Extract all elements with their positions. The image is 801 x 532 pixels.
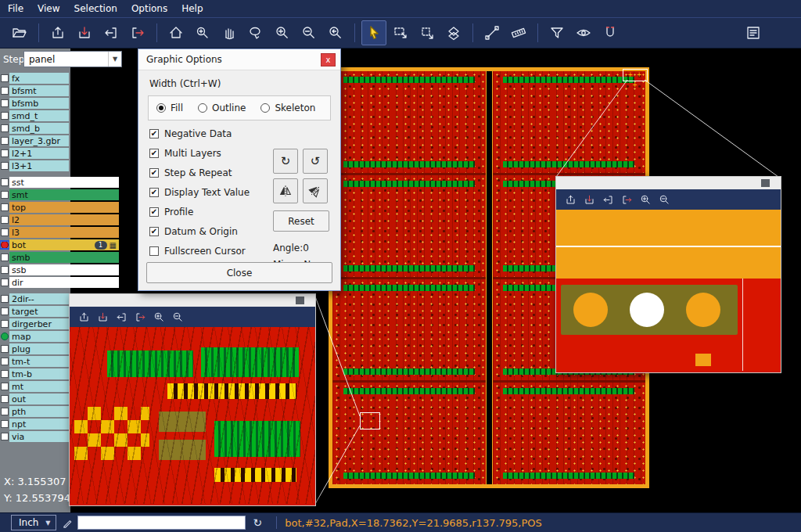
layer-checkbox[interactable] bbox=[0, 112, 9, 120]
layer-color-bar[interactable]: via bbox=[9, 431, 69, 442]
layer-checkbox[interactable] bbox=[0, 358, 9, 365]
layer-checkbox[interactable] bbox=[0, 191, 9, 199]
checkbox-negative-data[interactable]: ✔Negative Data bbox=[149, 128, 273, 139]
layer-checkbox[interactable] bbox=[0, 124, 9, 132]
export-right-button[interactable] bbox=[125, 20, 150, 45]
zoom-in-button[interactable] bbox=[638, 192, 653, 207]
layer-color-bar[interactable]: bot1▦ bbox=[9, 239, 119, 250]
layer-checkbox[interactable] bbox=[0, 307, 9, 315]
layer-checkbox[interactable] bbox=[0, 216, 9, 224]
dialog-titlebar[interactable]: Graphic Options x bbox=[138, 49, 340, 70]
layer-row-smb[interactable]: smb bbox=[0, 251, 125, 264]
layer-color-bar[interactable]: smd_t bbox=[9, 110, 69, 121]
layer-row-l3[interactable]: l3 bbox=[0, 226, 125, 239]
export-left-button[interactable] bbox=[99, 20, 124, 45]
layer-checkbox[interactable] bbox=[0, 137, 9, 145]
step-selector[interactable]: panel ▼ bbox=[23, 51, 122, 67]
box-arrow-left-button[interactable] bbox=[600, 192, 616, 207]
layer-row-smd_b[interactable]: smd_b bbox=[0, 122, 125, 135]
layer-checkbox[interactable] bbox=[0, 87, 9, 95]
layer-color-bar[interactable]: bfsmt bbox=[9, 85, 69, 96]
home-view-button[interactable] bbox=[163, 20, 189, 45]
layer-color-bar[interactable]: out bbox=[9, 394, 69, 404]
overlay-compare-button[interactable] bbox=[441, 20, 466, 45]
magnifier-2-view[interactable] bbox=[556, 210, 781, 371]
layer-row-dir[interactable]: dir bbox=[0, 276, 125, 289]
rotate-ccw-button[interactable]: ↺ bbox=[303, 149, 328, 174]
layer-checkbox[interactable] bbox=[0, 395, 9, 403]
checkbox-datum-origin[interactable]: ✔Datum & Origin bbox=[149, 226, 273, 237]
layer-color-bar[interactable]: npt bbox=[9, 419, 69, 430]
mirror-horizontal-button[interactable] bbox=[273, 178, 298, 203]
window-button-icon[interactable] bbox=[296, 297, 304, 304]
layer-checkbox[interactable] bbox=[0, 320, 9, 328]
checkbox-display-text-value[interactable]: ✔Display Text Value bbox=[149, 187, 273, 198]
ruler-button[interactable] bbox=[506, 20, 531, 45]
radio-fill[interactable]: Fill bbox=[156, 102, 183, 113]
box-arrow-up-button[interactable] bbox=[76, 309, 92, 325]
layer-color-bar[interactable]: sst bbox=[9, 177, 119, 188]
layer-row-layer_3.gbr[interactable]: layer_3.gbr bbox=[0, 135, 125, 147]
magnifier-window-2[interactable] bbox=[555, 176, 781, 373]
layer-checkbox[interactable] bbox=[0, 370, 9, 378]
layer-color-bar[interactable]: mt bbox=[9, 381, 69, 392]
layer-color-bar[interactable]: 2dir-- bbox=[9, 293, 69, 304]
menu-help[interactable]: Help bbox=[181, 3, 203, 14]
layer-checkbox[interactable] bbox=[0, 408, 9, 415]
pointer-tool-button[interactable] bbox=[361, 20, 386, 45]
layer-checkbox[interactable] bbox=[0, 420, 9, 428]
layer-row-fx[interactable]: fx bbox=[0, 72, 125, 84]
layer-row-ssb[interactable]: ssb bbox=[0, 264, 125, 276]
checkbox-profile[interactable]: ✔Profile bbox=[149, 207, 273, 217]
zoom-out-button[interactable] bbox=[296, 20, 321, 45]
box-arrow-up-button[interactable] bbox=[562, 192, 578, 207]
layer-row-smt[interactable]: smt bbox=[0, 189, 125, 201]
magnifier-window-1[interactable] bbox=[69, 293, 316, 506]
green-marker-icon[interactable] bbox=[0, 332, 9, 340]
layer-row-l3+1[interactable]: l3+1 bbox=[0, 160, 125, 172]
layer-row-smd_t[interactable]: smd_t bbox=[0, 110, 125, 122]
layer-color-bar[interactable]: dirgerber bbox=[9, 318, 69, 329]
radio-outline[interactable]: Outline bbox=[198, 102, 246, 113]
box-arrow-down-button[interactable] bbox=[581, 192, 597, 207]
layer-row-top[interactable]: top bbox=[0, 201, 125, 214]
mirror-diagonal-button[interactable] bbox=[303, 178, 328, 203]
magnifier-1-view[interactable] bbox=[70, 327, 315, 504]
layer-checkbox[interactable] bbox=[0, 203, 9, 211]
checkbox-step-repeat[interactable]: ✔Step & Repeat bbox=[149, 167, 273, 178]
layer-checkbox[interactable] bbox=[0, 295, 9, 303]
zoom-region-button[interactable] bbox=[190, 20, 215, 45]
layer-color-bar[interactable]: map bbox=[9, 331, 69, 342]
layer-color-bar[interactable]: plug bbox=[9, 343, 69, 354]
layer-checkbox[interactable] bbox=[0, 253, 9, 261]
layer-checkbox[interactable] bbox=[0, 279, 9, 286]
layer-color-bar[interactable]: l2 bbox=[9, 214, 119, 225]
import-down-button[interactable] bbox=[72, 20, 97, 45]
layer-row-bot[interactable]: bot1▦ bbox=[0, 239, 125, 251]
rect-select-button[interactable] bbox=[388, 20, 413, 45]
layer-checkbox[interactable] bbox=[0, 99, 9, 107]
layer-row-bfsmb[interactable]: bfsmb bbox=[0, 97, 125, 110]
zoom-in-button[interactable] bbox=[270, 20, 295, 45]
layer-checkbox[interactable] bbox=[0, 266, 9, 274]
report-button[interactable] bbox=[741, 20, 766, 45]
checkbox-fullscreen-cursor[interactable]: Fullscreen Cursor bbox=[149, 246, 273, 257]
magnifier-2-titlebar[interactable] bbox=[556, 177, 781, 189]
layer-color-bar[interactable]: top bbox=[9, 202, 119, 213]
move-select-button[interactable] bbox=[415, 20, 440, 45]
pan-button[interactable] bbox=[217, 20, 242, 45]
layer-color-bar[interactable]: layer_3.gbr bbox=[9, 135, 69, 146]
layer-checkbox[interactable] bbox=[0, 433, 9, 440]
zoom-out-button[interactable] bbox=[656, 192, 672, 207]
layer-color-bar[interactable]: l3 bbox=[9, 227, 119, 238]
layer-color-bar[interactable]: bfsmb bbox=[9, 98, 69, 109]
window-button-icon[interactable] bbox=[761, 179, 770, 187]
red-marker-icon[interactable] bbox=[0, 241, 9, 249]
checkbox-multi-layers[interactable]: ✔Multi Layers bbox=[149, 148, 273, 159]
layer-checkbox[interactable] bbox=[0, 149, 9, 157]
filter-button[interactable] bbox=[544, 20, 569, 45]
layer-color-bar[interactable]: ssb bbox=[9, 264, 119, 275]
close-icon[interactable]: x bbox=[321, 53, 336, 66]
layer-row-l2+1[interactable]: l2+1 bbox=[0, 147, 125, 160]
box-arrow-right-button[interactable] bbox=[132, 309, 148, 325]
